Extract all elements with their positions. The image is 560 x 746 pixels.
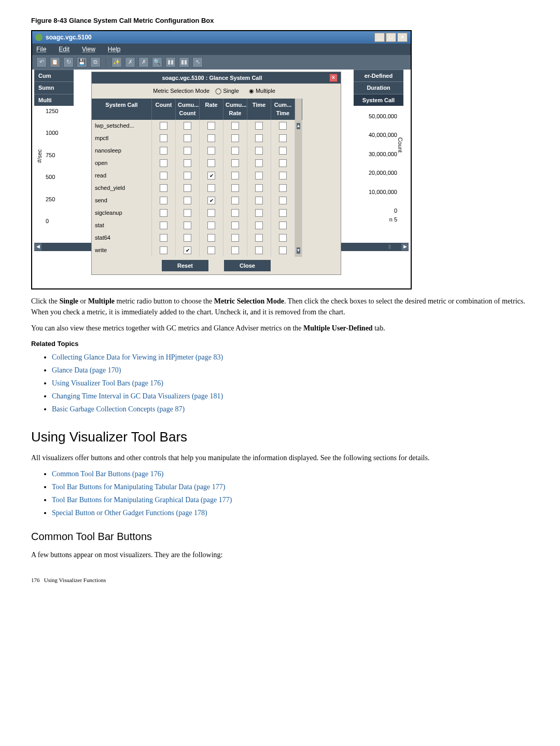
tab-sumn[interactable]: Sumn (34, 81, 74, 94)
menu-view[interactable]: View (82, 45, 95, 54)
metric-checkbox[interactable] (231, 234, 239, 242)
metric-checkbox[interactable] (184, 172, 191, 179)
close-button-dialog[interactable]: Close (224, 260, 271, 272)
metric-checkbox[interactable] (160, 159, 167, 167)
tab-user-defined[interactable]: er-Defined (354, 70, 403, 82)
cursor-icon[interactable]: ↖ (192, 57, 203, 67)
metric-checkbox[interactable] (231, 222, 239, 229)
tab-system-call[interactable]: System Call (354, 94, 403, 106)
metric-checkbox[interactable] (255, 197, 263, 204)
bars2-icon[interactable]: ▮▮ (179, 57, 189, 67)
link-collecting-glance[interactable]: Collecting Glance Data for Viewing in HP… (52, 353, 223, 361)
metric-checkbox[interactable] (160, 197, 167, 204)
scroll-gutter[interactable] (295, 145, 302, 157)
metric-checkbox[interactable] (231, 209, 239, 217)
metric-checkbox[interactable] (255, 172, 263, 179)
metric-checkbox[interactable] (184, 209, 191, 217)
maximize-button[interactable]: □ (386, 33, 396, 42)
metric-checkbox[interactable] (231, 197, 239, 204)
link-using-visualizer-toolbars[interactable]: Using Visualizer Tool Bars (page 176) (52, 379, 163, 387)
link-common-toolbar-buttons[interactable]: Common Tool Bar Buttons (page 176) (52, 470, 163, 478)
metric-checkbox[interactable] (279, 234, 287, 242)
copy-icon[interactable]: ⧉ (90, 57, 101, 67)
metric-checkbox[interactable]: ✔ (207, 197, 215, 204)
menu-file[interactable]: File (36, 45, 46, 54)
menu-edit[interactable]: Edit (59, 45, 69, 54)
menu-help[interactable]: Help (108, 45, 121, 54)
metric-checkbox[interactable] (279, 184, 287, 192)
metric-checkbox[interactable] (255, 246, 263, 254)
minimize-button[interactable]: _ (374, 33, 385, 42)
metric-checkbox[interactable] (231, 172, 239, 179)
metric-checkbox[interactable] (160, 134, 167, 142)
metric-checkbox[interactable] (184, 197, 191, 204)
metric-checkbox[interactable]: ✔ (207, 172, 215, 179)
save-icon[interactable]: 💾 (77, 57, 87, 67)
link-special-button-functions[interactable]: Special Button or Other Gadget Functions… (52, 509, 207, 517)
metric-checkbox[interactable] (231, 147, 239, 155)
metric-checkbox[interactable] (255, 234, 263, 242)
metric-checkbox[interactable] (184, 159, 191, 167)
metric-checkbox[interactable] (160, 246, 167, 254)
metric-checkbox[interactable] (255, 222, 263, 229)
scroll-gutter[interactable] (295, 157, 302, 170)
scroll-up-icon[interactable]: ▲ (297, 123, 301, 129)
metric-checkbox[interactable] (184, 122, 191, 130)
close-button[interactable]: × (397, 33, 408, 42)
link-glance-data[interactable]: Glance Data (page 170) (52, 366, 121, 374)
metric-checkbox[interactable] (207, 134, 215, 142)
scroll-gutter[interactable] (295, 182, 302, 195)
metric-checkbox[interactable] (160, 147, 167, 155)
metric-checkbox[interactable] (255, 122, 263, 130)
metric-checkbox[interactable] (160, 222, 167, 229)
metric-checkbox[interactable] (231, 122, 239, 130)
scroll-right-icon[interactable]: ▶ (401, 243, 409, 251)
metric-checkbox[interactable] (184, 184, 191, 192)
metric-checkbox[interactable] (207, 209, 215, 217)
clipboard-icon[interactable]: 📋 (50, 57, 60, 67)
metric-checkbox[interactable] (255, 184, 263, 192)
tab-multi[interactable]: Multi (34, 94, 74, 106)
metric-checkbox[interactable] (160, 122, 167, 130)
scroll-left-icon[interactable]: ◀ (34, 243, 41, 251)
metric-checkbox[interactable] (279, 134, 287, 142)
scroll-gutter[interactable] (295, 207, 302, 219)
metric-checkbox[interactable] (279, 209, 287, 217)
metric-checkbox[interactable] (207, 234, 215, 242)
metric-checkbox[interactable] (207, 222, 215, 229)
metric-checkbox[interactable] (207, 122, 215, 130)
refresh-icon[interactable]: ↻ (63, 57, 74, 67)
metric-checkbox[interactable] (160, 184, 167, 192)
metric-checkbox[interactable] (255, 134, 263, 142)
scroll-gutter[interactable] (295, 195, 302, 207)
scroll-gutter[interactable] (295, 219, 302, 232)
metric-checkbox[interactable] (184, 222, 191, 229)
back-icon[interactable]: ↶ (36, 57, 47, 67)
metric-checkbox[interactable] (184, 134, 191, 142)
link-changing-time-interval[interactable]: Changing Time Interval in GC Data Visual… (52, 392, 223, 400)
metric-checkbox[interactable] (231, 134, 239, 142)
link-tabular-data-buttons[interactable]: Tool Bar Buttons for Manipulating Tabula… (52, 483, 225, 491)
metric-checkbox[interactable] (279, 159, 287, 167)
metric-checkbox[interactable] (279, 222, 287, 229)
metric-checkbox[interactable] (279, 246, 287, 254)
scroll-gutter[interactable] (295, 132, 302, 145)
metric-checkbox[interactable] (279, 172, 287, 179)
metric-checkbox[interactable] (231, 246, 239, 254)
metric-checkbox[interactable] (184, 234, 191, 242)
metric-checkbox[interactable] (207, 246, 215, 254)
metric-checkbox[interactable] (207, 147, 215, 155)
wand-icon[interactable]: ✨ (111, 57, 122, 67)
scroll-gutter[interactable]: ▲ (295, 120, 302, 132)
metric-checkbox[interactable] (255, 209, 263, 217)
metric-checkbox[interactable] (255, 159, 263, 167)
marker1-icon[interactable]: ✗ (125, 57, 135, 67)
metric-checkbox[interactable] (207, 184, 215, 192)
zoom-icon[interactable]: 🔍 (152, 57, 162, 67)
scroll-gutter[interactable]: ▼ (295, 244, 302, 257)
metric-checkbox[interactable] (207, 159, 215, 167)
metric-checkbox[interactable] (279, 197, 287, 204)
scroll-gutter[interactable] (295, 170, 302, 182)
metric-checkbox[interactable] (279, 147, 287, 155)
metric-checkbox[interactable] (184, 147, 191, 155)
